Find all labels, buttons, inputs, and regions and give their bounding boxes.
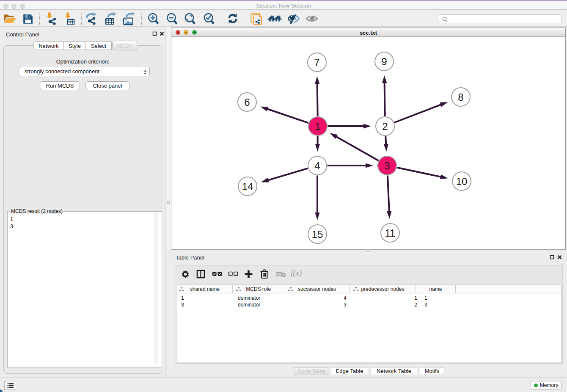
svg-text:3: 3 (384, 160, 390, 171)
svg-text:9: 9 (381, 56, 387, 67)
svg-text:14: 14 (242, 181, 253, 192)
svg-text:7: 7 (314, 57, 319, 68)
svg-text:8: 8 (458, 91, 463, 103)
svg-text:11: 11 (385, 227, 396, 239)
svg-text:6: 6 (244, 97, 250, 108)
svg-text:4: 4 (314, 160, 320, 171)
svg-text:1: 1 (315, 121, 320, 132)
svg-text:10: 10 (456, 176, 468, 187)
svg-text:15: 15 (312, 229, 323, 240)
svg-text:2: 2 (382, 121, 388, 132)
